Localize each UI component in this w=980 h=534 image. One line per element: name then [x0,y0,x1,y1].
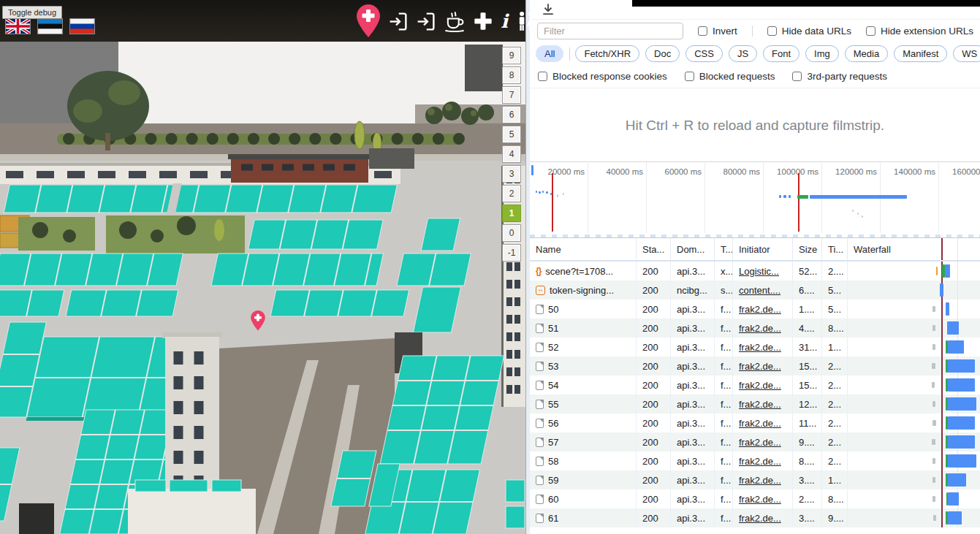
waterfall-cell[interactable] [848,281,980,300]
network-request-row[interactable]: 58 200 api.3... f... frak2.de... 8.... 2… [530,451,980,470]
filter-checkbox[interactable]: Invert [698,26,737,37]
checkbox-icon[interactable] [792,72,802,81]
waterfall-cell[interactable] [848,375,980,394]
col-size[interactable]: Size [793,238,822,260]
waterfall-cell[interactable] [848,432,980,451]
network-request-row[interactable]: token-signing... 200 ncibg... s... conte… [530,281,980,300]
waterfall-cell[interactable] [848,470,980,489]
waterfall-cell[interactable] [848,489,980,508]
network-request-row[interactable]: 51 200 api.3... f... frak2.de... 4.... 8… [530,319,980,337]
request-name-cell[interactable]: 53 [530,356,637,375]
request-name-cell[interactable]: 50 [530,300,637,319]
waterfall-cell[interactable] [848,413,980,432]
request-initiator-link[interactable]: frak2.de... [739,361,781,372]
network-request-row[interactable]: 60 200 api.3... f... frak2.de... 2.... 8… [530,489,980,508]
request-name-cell[interactable]: scene?t=1708... [530,262,637,281]
floor-button[interactable]: -1 [502,244,521,262]
estonia-flag-icon[interactable] [37,18,63,34]
floor-button[interactable]: 9 [502,47,521,64]
request-initiator-link[interactable]: frak2.de... [739,456,781,467]
request-type-chip[interactable]: Img [805,45,839,62]
logout-icon[interactable] [415,11,436,32]
col-domain[interactable]: Dom... [671,238,715,260]
network-request-row[interactable]: scene?t=1708... 200 api.3... x... Logist… [530,262,980,281]
checkbox-icon[interactable] [685,72,694,81]
col-status[interactable]: Sta... [637,238,671,260]
col-type[interactable]: T... [715,238,733,260]
col-name[interactable]: Name [530,238,637,260]
request-initiator-link[interactable]: Logistic... [739,266,779,277]
request-name-cell[interactable]: 61 [530,508,637,527]
request-name-cell[interactable]: 57 [530,432,637,451]
waterfall-cell[interactable] [848,262,980,281]
floor-button[interactable]: 6 [502,106,521,123]
network-request-row[interactable]: 57 200 api.3... f... frak2.de... 9.... 2… [530,432,980,451]
floor-button[interactable]: 4 [502,145,521,163]
floor-button[interactable]: 3 [502,165,521,183]
timeline-overview[interactable]: 20000 ms40000 ms60000 ms80000 ms100000 m… [530,163,980,238]
request-type-chip[interactable]: All [536,45,563,62]
checkbox-icon[interactable] [866,26,875,36]
login-icon[interactable] [387,11,409,32]
russia-flag-icon[interactable] [69,18,95,34]
request-type-chip[interactable]: WS [953,45,980,62]
request-name-cell[interactable]: 51 [530,319,637,337]
waterfall-cell[interactable] [848,451,980,470]
request-initiator-link[interactable]: frak2.de... [739,342,781,353]
info-icon[interactable]: i [500,11,510,31]
network-request-row[interactable]: 52 200 api.3... f... frak2.de... 31... 1… [530,337,980,356]
network-request-row[interactable]: 54 200 api.3... f... frak2.de... 15... 2… [530,375,980,394]
request-initiator-link[interactable]: frak2.de... [739,304,781,315]
col-waterfall[interactable]: Waterfall [848,238,980,260]
waterfall-cell[interactable] [848,394,980,413]
map-location-pin[interactable] [250,310,266,332]
request-type-chip[interactable]: Fetch/XHR [575,45,639,62]
waterfall-cell[interactable] [848,300,980,319]
floor-button[interactable]: 2 [502,185,521,202]
request-type-chip[interactable]: CSS [685,45,723,62]
emergency-pin-icon[interactable] [355,4,381,39]
uk-flag-icon[interactable] [5,18,31,34]
cafe-icon[interactable] [443,10,466,32]
request-initiator-link[interactable]: frak2.de... [739,494,781,505]
request-name-cell[interactable]: 54 [530,375,637,394]
request-type-chip[interactable]: Media [845,45,888,62]
blocked-checkbox[interactable]: Blocked requests [685,71,775,82]
request-type-chip[interactable]: Doc [645,45,680,62]
request-initiator-link[interactable]: frak2.de... [739,513,781,524]
network-request-row[interactable]: 61 200 api.3... f... frak2.de... 3.... 9… [530,508,980,527]
request-initiator-link[interactable]: frak2.de... [739,418,781,429]
request-type-chip[interactable]: Font [763,45,799,62]
network-request-row[interactable]: 56 200 api.3... f... frak2.de... 11... 2… [530,413,980,432]
medical-cross-icon[interactable] [473,11,493,31]
checkbox-icon[interactable] [698,26,707,36]
restroom-icon[interactable] [517,11,536,31]
map-3d-view[interactable] [0,42,525,534]
checkbox-icon[interactable] [538,72,547,81]
waterfall-cell[interactable] [848,508,980,527]
floor-button[interactable]: 5 [502,126,521,143]
network-request-row[interactable]: 59 200 api.3... f... frak2.de... 3.... 1… [530,470,980,489]
blocked-checkbox[interactable]: Blocked response cookies [538,71,667,82]
request-initiator-link[interactable]: content.... [739,285,780,296]
request-initiator-link[interactable]: frak2.de... [739,399,781,410]
request-name-cell[interactable]: token-signing... [530,281,637,300]
network-request-row[interactable]: 50 200 api.3... f... frak2.de... 1.... 5… [530,300,980,319]
floor-button[interactable]: 7 [502,86,521,104]
col-initiator[interactable]: Initiator [733,238,793,260]
filter-checkbox[interactable]: Hide data URLs [752,26,851,37]
waterfall-cell[interactable] [848,337,980,356]
floor-button[interactable]: 0 [502,224,521,242]
request-type-chip[interactable]: Manifest [894,45,947,62]
waterfall-cell[interactable] [848,356,980,375]
request-name-cell[interactable]: 58 [530,451,637,470]
request-initiator-link[interactable]: frak2.de... [739,437,781,448]
request-initiator-link[interactable]: frak2.de... [739,380,781,391]
request-name-cell[interactable]: 60 [530,489,637,508]
waterfall-cell[interactable] [848,319,980,337]
request-name-cell[interactable]: 56 [530,413,637,432]
filter-checkbox[interactable]: Hide extension URLs [866,26,973,37]
toggle-debug-button[interactable]: Toggle debug [2,6,62,19]
network-request-row[interactable]: 55 200 api.3... f... frak2.de... 12... 2… [530,394,980,413]
floor-button[interactable]: 8 [502,66,521,84]
